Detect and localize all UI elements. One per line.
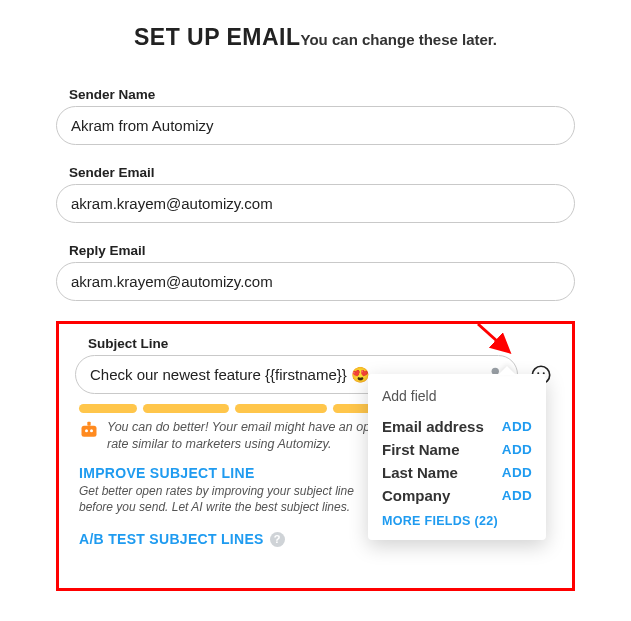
subject-label: Subject Line <box>88 336 556 351</box>
field-name: Last Name <box>382 464 458 481</box>
form-area: Sender Name Sender Email Reply Email Sub… <box>0 59 631 591</box>
add-field-company[interactable]: ADD <box>502 488 532 503</box>
svg-point-9 <box>90 429 93 432</box>
field-row-lastname: Last Name ADD <box>382 464 532 481</box>
sender-name-group: Sender Name <box>56 87 575 145</box>
field-row-firstname: First Name ADD <box>382 441 532 458</box>
sender-email-input[interactable] <box>56 184 575 223</box>
sender-email-label: Sender Email <box>69 165 575 180</box>
reply-email-label: Reply Email <box>69 243 575 258</box>
field-name: Company <box>382 487 450 504</box>
reply-email-group: Reply Email <box>56 243 575 301</box>
page-title: SET UP EMAIL <box>134 24 301 50</box>
field-name: Email address <box>382 418 484 435</box>
improve-subject-desc: Get better open rates by improving your … <box>79 483 389 515</box>
add-field-email[interactable]: ADD <box>502 419 532 434</box>
field-row-email: Email address ADD <box>382 418 532 435</box>
sender-name-label: Sender Name <box>69 87 575 102</box>
ab-test-label: A/B TEST SUBJECT LINES <box>79 531 264 547</box>
field-name: First Name <box>382 441 460 458</box>
sender-email-group: Sender Email <box>56 165 575 223</box>
meter-segment <box>79 404 137 413</box>
field-row-company: Company ADD <box>382 487 532 504</box>
svg-point-8 <box>85 429 88 432</box>
ab-test-link[interactable]: A/B TEST SUBJECT LINES ? <box>79 531 285 547</box>
page-subtitle: You can change these later. <box>301 31 497 48</box>
svg-rect-7 <box>87 422 90 426</box>
add-field-popover: Add field Email address ADD First Name A… <box>368 374 546 540</box>
meter-segment <box>235 404 327 413</box>
subject-highlight-box: Subject Line <box>56 321 575 591</box>
add-field-lastname[interactable]: ADD <box>502 465 532 480</box>
bot-icon <box>79 420 99 440</box>
add-field-firstname[interactable]: ADD <box>502 442 532 457</box>
more-fields-link[interactable]: MORE FIELDS (22) <box>382 514 532 528</box>
svg-rect-6 <box>82 426 97 437</box>
tip-text: You can do better! Your email might have… <box>107 419 387 453</box>
page-header: SET UP EMAILYou can change these later. <box>0 0 631 59</box>
help-icon[interactable]: ? <box>270 532 285 547</box>
meter-segment <box>143 404 229 413</box>
reply-email-input[interactable] <box>56 262 575 301</box>
popover-title: Add field <box>382 388 532 404</box>
sender-name-input[interactable] <box>56 106 575 145</box>
